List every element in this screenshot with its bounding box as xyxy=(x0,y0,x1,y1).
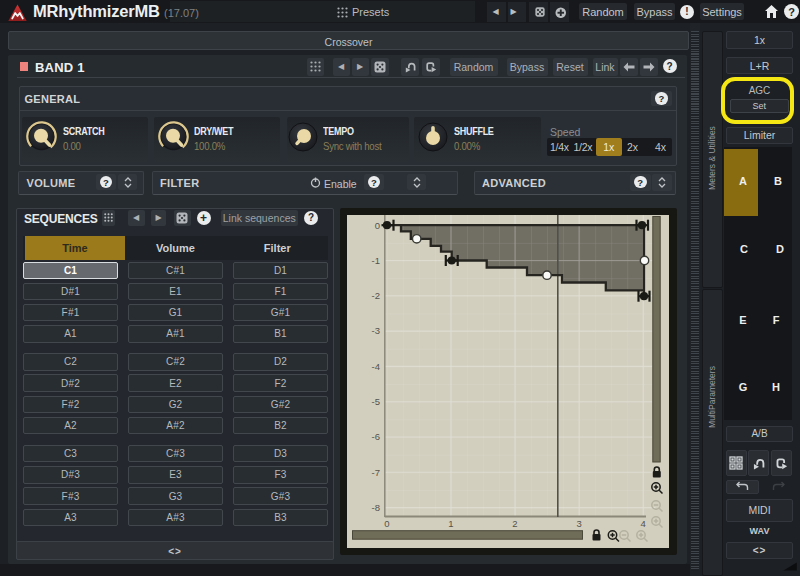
svg-text:2: 2 xyxy=(512,518,517,529)
svg-text:-7: -7 xyxy=(372,467,380,478)
svg-text:-5: -5 xyxy=(372,396,380,407)
svg-text:3: 3 xyxy=(576,518,581,529)
svg-text:-8: -8 xyxy=(372,502,380,513)
svg-text:0: 0 xyxy=(384,518,389,529)
svg-text:0: 0 xyxy=(375,220,380,231)
svg-text:-3: -3 xyxy=(372,325,380,336)
svg-text:-6: -6 xyxy=(372,431,380,442)
svg-text:1: 1 xyxy=(448,518,453,529)
svg-text:-2: -2 xyxy=(372,290,380,301)
svg-text:-4: -4 xyxy=(372,361,380,372)
svg-text:4: 4 xyxy=(641,518,646,529)
svg-text:-1: -1 xyxy=(372,255,380,266)
